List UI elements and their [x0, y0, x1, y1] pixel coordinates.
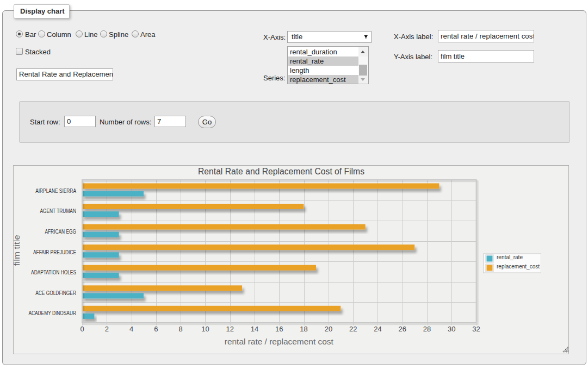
svg-text:8: 8 — [178, 325, 182, 333]
svg-text:22: 22 — [349, 325, 357, 333]
svg-text:AGENT TRUMAN: AGENT TRUMAN — [40, 208, 76, 214]
svg-text:ACE GOLDFINGER: ACE GOLDFINGER — [35, 290, 76, 296]
svg-text:AFFAIR PREJUDICE: AFFAIR PREJUDICE — [33, 249, 76, 255]
svg-text:rental_rate: rental_rate — [497, 254, 523, 260]
svg-text:Rental Rate and Replacement Co: Rental Rate and Replacement Cost of Film… — [198, 167, 364, 176]
svg-text:10: 10 — [201, 325, 209, 333]
svg-text:16: 16 — [275, 325, 283, 333]
svg-text:26: 26 — [398, 325, 406, 333]
svg-text:32: 32 — [472, 325, 480, 333]
svg-text:AIRPLANE SIERRA: AIRPLANE SIERRA — [35, 188, 76, 194]
svg-text:replacement_cost: replacement_cost — [497, 263, 540, 269]
svg-text:ACADEMY DINOSAUR: ACADEMY DINOSAUR — [28, 310, 76, 316]
svg-text:24: 24 — [374, 325, 381, 333]
svg-text:12: 12 — [226, 325, 233, 333]
svg-text:30: 30 — [448, 325, 455, 333]
svg-text:20: 20 — [325, 325, 332, 333]
svg-text:4: 4 — [129, 325, 133, 333]
svg-text:film title: film title — [14, 235, 22, 266]
svg-text:2: 2 — [105, 325, 109, 333]
svg-text:18: 18 — [300, 325, 307, 333]
svg-text:28: 28 — [423, 325, 431, 333]
svg-text:6: 6 — [154, 325, 158, 333]
svg-text:0: 0 — [80, 325, 84, 333]
svg-text:rental rate / replacement cost: rental rate / replacement cost — [225, 337, 334, 346]
svg-text:ADAPTATION HOLES: ADAPTATION HOLES — [31, 269, 76, 275]
svg-text:14: 14 — [251, 325, 258, 333]
svg-text:AFRICAN EGG: AFRICAN EGG — [45, 229, 76, 235]
